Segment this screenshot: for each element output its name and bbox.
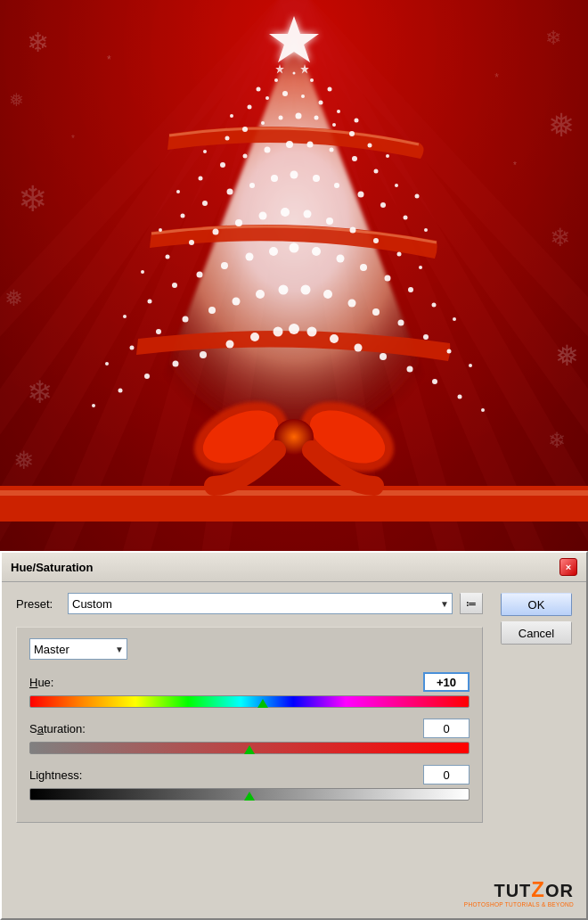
- cancel-button[interactable]: Cancel: [501, 621, 572, 645]
- hue-label: Hue:: [29, 676, 53, 689]
- svg-point-40: [261, 121, 265, 125]
- saturation-slider-wrapper: [29, 742, 470, 754]
- svg-point-48: [176, 190, 180, 193]
- controls-panel: Master Reds Yellows Greens Cyans Blues M…: [16, 627, 483, 823]
- tutzor-tut: TUT: [494, 881, 531, 900]
- svg-point-31: [265, 96, 269, 100]
- svg-point-61: [181, 214, 185, 218]
- svg-point-115: [447, 349, 452, 354]
- svg-point-52: [265, 147, 271, 153]
- preset-select-wrapper: Custom Default Cyanotype Increase Red In…: [68, 593, 453, 614]
- dialog-title: Hue/Saturation: [11, 561, 93, 574]
- svg-point-68: [334, 183, 339, 188]
- svg-point-51: [243, 154, 248, 159]
- svg-point-105: [208, 307, 216, 314]
- svg-point-119: [144, 374, 150, 379]
- preset-select[interactable]: Custom Default Cyanotype Increase Red In…: [68, 593, 453, 614]
- svg-point-70: [380, 202, 386, 208]
- svg-point-60: [159, 228, 162, 232]
- svg-point-46: [368, 144, 372, 148]
- svg-point-37: [203, 150, 207, 153]
- channel-select-wrapper: Master Reds Yellows Greens Cyans Blues M…: [29, 638, 127, 660]
- ok-button[interactable]: OK: [501, 593, 572, 616]
- saturation-label-row: Saturation: 0: [29, 719, 470, 738]
- svg-point-65: [271, 175, 278, 182]
- tutzor-logo: TUTZOR: [464, 879, 574, 900]
- svg-point-81: [326, 218, 333, 225]
- svg-point-114: [423, 334, 429, 340]
- tree-svg: [0, 0, 588, 553]
- channel-select[interactable]: Master Reds Yellows Greens Cyans Blues M…: [29, 638, 127, 660]
- svg-point-26: [293, 72, 296, 75]
- svg-point-80: [304, 210, 312, 218]
- svg-point-69: [358, 192, 364, 198]
- svg-point-49: [199, 177, 203, 181]
- svg-point-44: [332, 123, 336, 127]
- hue-slider-track[interactable]: [29, 695, 470, 708]
- svg-point-94: [312, 247, 321, 256]
- svg-point-121: [200, 351, 207, 358]
- svg-point-67: [313, 175, 320, 182]
- dialog-close-button[interactable]: ×: [559, 558, 577, 576]
- svg-point-108: [279, 285, 289, 295]
- svg-point-124: [274, 327, 283, 337]
- hue-slider-thumb[interactable]: [257, 699, 268, 708]
- channel-row: Master Reds Yellows Greens Cyans Blues M…: [29, 638, 470, 660]
- hue-label-row: Hue: +10: [29, 672, 470, 692]
- saturation-slider-row: Saturation: 0: [29, 719, 470, 754]
- svg-point-28: [328, 87, 332, 92]
- svg-point-50: [220, 162, 225, 168]
- svg-point-55: [330, 148, 334, 152]
- svg-point-36: [355, 119, 359, 123]
- svg-point-103: [156, 329, 161, 334]
- svg-point-126: [307, 327, 317, 337]
- preset-menu-button[interactable]: ≔: [460, 593, 483, 614]
- svg-point-89: [197, 272, 203, 278]
- svg-point-47: [386, 154, 389, 158]
- saturation-slider-thumb[interactable]: [244, 745, 255, 754]
- svg-point-92: [269, 247, 278, 256]
- svg-point-99: [432, 303, 437, 308]
- hue-slider-row: Hue: +10: [29, 672, 470, 708]
- svg-point-77: [235, 219, 242, 226]
- svg-point-128: [355, 344, 363, 352]
- svg-point-24: [257, 87, 261, 92]
- lightness-slider-thumb[interactable]: [244, 792, 255, 801]
- svg-point-113: [398, 320, 404, 326]
- svg-point-101: [105, 362, 109, 366]
- svg-point-73: [141, 270, 144, 274]
- hue-value-box[interactable]: +10: [423, 672, 470, 692]
- saturation-value-box[interactable]: 0: [423, 719, 470, 738]
- svg-point-110: [323, 290, 332, 299]
- svg-point-127: [330, 334, 339, 343]
- svg-point-96: [360, 264, 367, 271]
- svg-point-87: [148, 300, 152, 304]
- lightness-slider-track[interactable]: [29, 788, 470, 801]
- lightness-label: Lightness:: [29, 768, 82, 782]
- canvas-image: ❄ ❅ ❄ ❅ ❄ ❅ ❄ ❅ ❄ ❅ ❄ * * * *: [0, 0, 588, 553]
- svg-point-112: [372, 308, 380, 316]
- saturation-slider-track[interactable]: [29, 742, 470, 754]
- svg-point-95: [337, 255, 345, 263]
- lightness-value-box[interactable]: 0: [423, 765, 470, 784]
- svg-point-54: [307, 142, 314, 148]
- svg-point-76: [213, 229, 219, 235]
- svg-point-63: [227, 189, 233, 195]
- svg-point-123: [250, 333, 259, 341]
- svg-point-39: [242, 127, 248, 132]
- svg-point-66: [290, 171, 298, 179]
- svg-point-100: [453, 317, 456, 321]
- tutzor-z: Z: [531, 877, 545, 901]
- svg-point-74: [166, 255, 170, 259]
- svg-point-45: [349, 131, 355, 136]
- svg-point-85: [419, 266, 422, 269]
- svg-point-56: [352, 156, 357, 161]
- svg-point-88: [172, 283, 177, 288]
- svg-point-107: [256, 290, 265, 299]
- svg-point-120: [173, 361, 179, 367]
- svg-point-25: [274, 78, 278, 82]
- svg-point-71: [404, 216, 408, 220]
- svg-point-42: [296, 113, 302, 119]
- tutzor-branding: TUTZOR PHOTOSHOP TUTORIALS & BEYOND: [464, 879, 574, 908]
- svg-point-118: [118, 389, 123, 393]
